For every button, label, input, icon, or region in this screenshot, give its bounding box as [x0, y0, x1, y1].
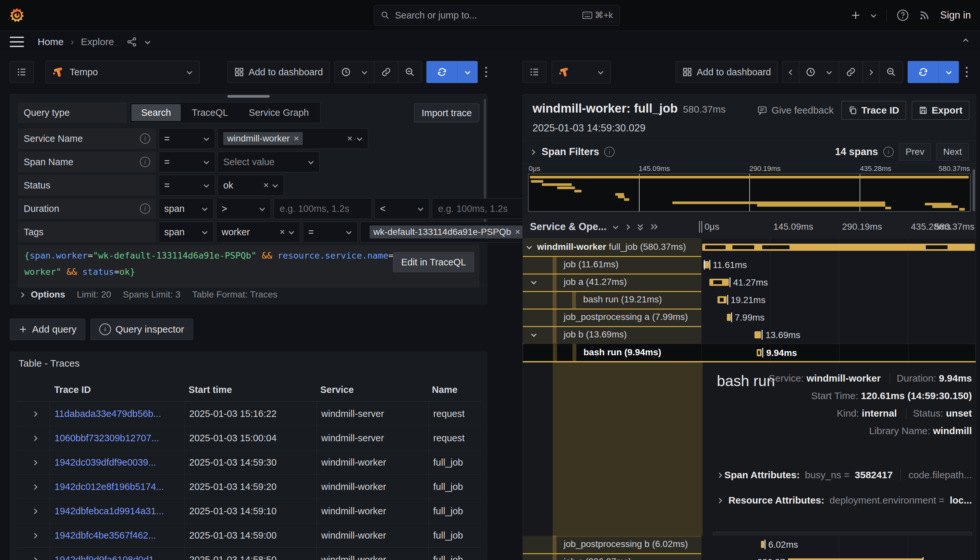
col-trace-id[interactable]: Trace ID [50, 378, 184, 401]
trace-minimap[interactable] [528, 173, 971, 212]
table-row[interactable]: 1942dbf9d9fa6108d0d1... 2025-01-03 14:58… [17, 548, 481, 560]
span-row-selected[interactable]: bash run (9.94ms) 9.94ms [523, 343, 976, 362]
next-span-button[interactable]: Next [936, 143, 968, 161]
outline-button[interactable] [522, 61, 547, 83]
shift-time-forward-button[interactable] [863, 61, 879, 83]
span-name-value[interactable]: Select value [218, 152, 320, 172]
expand-one-icon[interactable] [625, 223, 631, 230]
import-trace-button[interactable]: Import trace [414, 103, 479, 122]
give-feedback-button[interactable]: Give feedback [755, 105, 836, 116]
tab-service-graph[interactable]: Service Graph [239, 104, 319, 121]
add-to-dashboard-button[interactable]: Add to dashboard [227, 61, 330, 83]
collapse-panel-icon[interactable] [962, 37, 969, 43]
query-inspector-button[interactable]: i Query inspector [90, 318, 193, 340]
remove-icon[interactable]: × [294, 134, 299, 143]
link-split-button[interactable] [374, 61, 398, 83]
span-row[interactable]: job (11.61ms) 11.61ms [523, 256, 976, 273]
col-name[interactable]: Name [427, 378, 481, 401]
prev-span-button[interactable]: Prev [899, 143, 931, 161]
expand-row-icon[interactable] [32, 557, 38, 560]
breadcrumb-current[interactable]: Explore [81, 36, 114, 47]
span-attributes-row[interactable]: Span Attributes: busy_ns =3582417 code.f… [717, 470, 972, 480]
trace-id-link[interactable]: 1942dc039dfdf9e0039... [50, 450, 184, 474]
duration-lt-operator[interactable]: < [375, 198, 429, 219]
trace-id-link[interactable]: 1060bbf732309b12707... [50, 426, 184, 450]
grafana-logo[interactable] [8, 7, 25, 24]
panel-menu-icon[interactable] [965, 65, 968, 78]
zoom-out-button[interactable] [879, 61, 903, 83]
span-filters-label[interactable]: Span Filters [542, 146, 599, 158]
time-picker-button[interactable] [334, 61, 375, 83]
menu-button[interactable] [10, 37, 24, 47]
export-button[interactable]: Export [912, 101, 969, 120]
options-row[interactable]: Options Limit: 20 Spans Limit: 3 Table F… [10, 285, 487, 304]
add-query-button[interactable]: Add query [10, 318, 85, 340]
expand-row-icon[interactable] [32, 410, 38, 417]
time-picker-button[interactable] [799, 61, 839, 83]
span-row[interactable]: job b (13.69ms) 13.69ms [523, 326, 976, 343]
clear-icon[interactable]: × [263, 181, 269, 190]
expand-row-icon[interactable] [32, 483, 38, 490]
tags-key[interactable]: worker × [216, 222, 300, 242]
trace-id-link[interactable]: 1942dc012e8f196b5174... [50, 475, 184, 499]
duration-max-input[interactable]: e.g. 100ms, 1.2s [432, 198, 530, 219]
edit-in-traceql-button[interactable]: Edit in TraceQL [393, 252, 474, 272]
collapse-icon[interactable] [530, 558, 537, 560]
share-button[interactable] [126, 36, 137, 47]
search-input[interactable] [394, 10, 578, 21]
expand-row-icon[interactable] [32, 459, 38, 466]
service-name-chip[interactable]: windmill-worker× [223, 132, 303, 145]
outline-button[interactable] [10, 61, 34, 83]
clear-icon[interactable]: × [347, 134, 352, 143]
clear-icon[interactable]: × [280, 227, 285, 237]
tab-traceql[interactable]: TraceQL [182, 104, 238, 121]
duration-gt-operator[interactable]: > [216, 198, 271, 219]
trace-id-link[interactable]: 1942dbf9d9fa6108d0d1... [50, 548, 184, 560]
trace-id-link[interactable]: 1942dbfebca1d9914a31... [50, 499, 184, 523]
table-row[interactable]: 11dabada33e479db56b... 2025-01-03 15:16:… [17, 402, 481, 426]
trace-id-link[interactable]: 11dabada33e479db56b... [50, 402, 184, 426]
service-name-operator[interactable]: = [159, 128, 215, 149]
collapse-icon[interactable] [526, 244, 533, 250]
new-caret-icon[interactable] [870, 12, 877, 18]
new-button[interactable] [851, 10, 861, 20]
span-row[interactable]: job a (41.27ms) 41.27ms [523, 273, 976, 291]
span-row[interactable]: bash run (19.21ms) 19.21ms [523, 291, 976, 308]
scrollbar-thumb[interactable] [227, 95, 270, 98]
tags-value-chip[interactable]: wk-default-133114d6a91e-PSPQb× [370, 225, 524, 238]
table-row[interactable]: 1942dc039dfdf9e0039... 2025-01-03 14:59:… [17, 450, 481, 475]
span-row[interactable]: windmill-worker full_job (580.37ms) [523, 238, 976, 256]
datasource-picker[interactable]: Tempo [45, 61, 200, 83]
service-name-value[interactable]: windmill-worker× × [218, 128, 368, 149]
refresh-button[interactable] [908, 61, 939, 83]
refresh-button[interactable] [427, 61, 458, 83]
help-button[interactable] [897, 9, 909, 22]
resource-attributes-row[interactable]: Resource Attributes: deployment.environm… [717, 495, 972, 506]
collapse-all-icon[interactable] [637, 223, 643, 231]
scrollbar-thumb[interactable] [973, 169, 975, 211]
expand-row-icon[interactable] [32, 532, 38, 538]
refresh-interval-button[interactable] [939, 61, 959, 83]
status-operator[interactable]: = [159, 175, 215, 196]
tags-scope[interactable]: span [159, 222, 213, 242]
col-service[interactable]: Service [316, 378, 427, 401]
status-value[interactable]: ok × [218, 175, 284, 196]
table-row[interactable]: 1942dc012e8f196b5174... 2025-01-03 14:59… [17, 475, 481, 499]
remove-icon[interactable]: × [515, 227, 520, 237]
tab-search[interactable]: Search [132, 104, 181, 121]
news-button[interactable] [919, 9, 930, 21]
sign-in-button[interactable]: Sign in [940, 9, 971, 21]
tags-value[interactable]: wk-default-133114d6a91e-PSPQb× [360, 222, 533, 242]
span-name-operator[interactable]: = [159, 152, 215, 172]
panel-menu-icon[interactable] [485, 65, 487, 78]
span-row[interactable]: job_postprocessing a (7.99ms) 7.99ms [523, 308, 976, 326]
shift-time-back-button[interactable] [782, 61, 799, 83]
expand-all-icon[interactable] [649, 223, 658, 230]
table-row[interactable]: 1942dbfc4be3567f462... 2025-01-03 14:59:… [17, 523, 481, 548]
duration-min-input[interactable]: e.g. 100ms, 1.2s [273, 198, 372, 219]
span-row[interactable]: job c (286.87ms) 286.87ms [523, 553, 976, 560]
expand-row-icon[interactable] [32, 435, 38, 441]
table-row[interactable]: 1942dbfebca1d9914a31... 2025-01-03 14:59… [17, 499, 481, 523]
global-search[interactable]: ⌘+k [374, 5, 620, 26]
expand-row-icon[interactable] [32, 508, 38, 514]
